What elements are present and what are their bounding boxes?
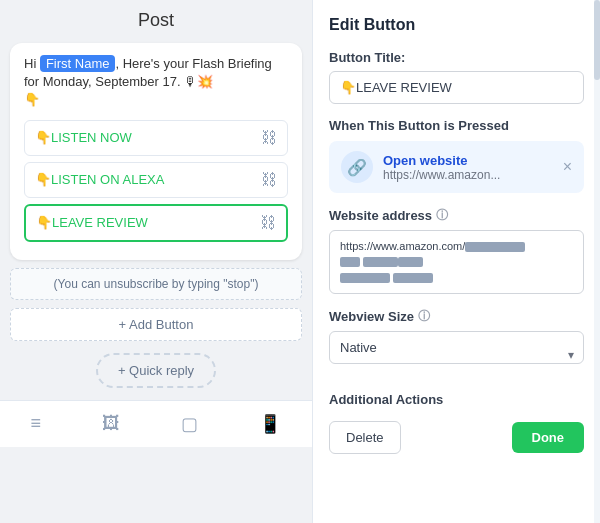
unsubscribe-note: (You can unsubscribe by typing "stop") (10, 268, 302, 300)
scrollbar-thumb[interactable] (594, 0, 600, 80)
done-button[interactable]: Done (512, 422, 585, 453)
message-bubble: Hi First Name, Here's your Flash Briefin… (10, 43, 302, 260)
link-icon-3: ⛓ (260, 214, 276, 232)
listen-alexa-label: 👇LISTEN ON ALEXA (35, 172, 164, 187)
webview-size-text: Webview Size (329, 309, 414, 324)
webview-size-wrapper: Native Compact Tall Full (329, 331, 584, 378)
website-address-label: Website address ⓘ (329, 207, 584, 224)
message-text: Hi First Name, Here's your Flash Briefin… (24, 55, 288, 110)
url-display: https://www.amazon.com/ (329, 230, 584, 294)
first-name-tag: First Name (40, 55, 116, 72)
leave-review-label: 👇LEAVE REVIEW (36, 215, 148, 230)
leave-review-button[interactable]: 👇LEAVE REVIEW ⛓ (24, 204, 288, 242)
phone-icon[interactable]: 📱 (249, 409, 291, 439)
url-blurred-5 (340, 273, 390, 283)
scrollbar-track (594, 0, 600, 523)
open-website-info: Open website https://www.amazon... (383, 153, 500, 182)
url-blurred-1 (465, 242, 525, 252)
image-icon[interactable]: 🖼 (92, 409, 130, 438)
open-website-left: 🔗 Open website https://www.amazon... (341, 151, 500, 183)
help-icon-website[interactable]: ⓘ (436, 207, 448, 224)
link-icon-2: ⛓ (261, 171, 277, 189)
url-blurred-2 (340, 257, 360, 267)
message-text-emoji: 👇 (24, 92, 40, 107)
webview-size-select[interactable]: Native Compact Tall Full (329, 331, 584, 364)
left-panel: Post Hi First Name, Here's your Flash Br… (0, 0, 312, 523)
open-website-title: Open website (383, 153, 500, 168)
listen-now-button[interactable]: 👇LISTEN NOW ⛓ (24, 120, 288, 156)
url-blurred-3 (363, 257, 398, 267)
hamburger-icon[interactable]: ≡ (21, 409, 52, 438)
button-title-label: Button Title: (329, 50, 584, 65)
bottom-actions: Delete Done (329, 421, 584, 454)
when-pressed-label: When This Button is Pressed (329, 118, 584, 133)
website-address-text: Website address (329, 208, 432, 223)
help-icon-webview[interactable]: ⓘ (418, 308, 430, 325)
open-website-url: https://www.amazon... (383, 168, 500, 182)
message-text-hi: Hi (24, 56, 40, 71)
open-website-card: 🔗 Open website https://www.amazon... × (329, 141, 584, 193)
webview-size-label: Webview Size ⓘ (329, 308, 584, 325)
url-blurred-4 (398, 257, 423, 267)
additional-actions-label: Additional Actions (329, 392, 584, 407)
square-icon[interactable]: ▢ (171, 409, 208, 439)
link-icon-1: ⛓ (261, 129, 277, 147)
url-blurred-6 (393, 273, 433, 283)
close-card-button[interactable]: × (563, 158, 572, 176)
listen-now-label: 👇LISTEN NOW (35, 130, 132, 145)
right-panel: Edit Button Button Title: When This Butt… (312, 0, 600, 523)
quick-reply-button[interactable]: + Quick reply (96, 353, 216, 388)
url-text: https://www.amazon.com/ (340, 240, 465, 252)
post-title: Post (138, 10, 174, 31)
delete-button[interactable]: Delete (329, 421, 401, 454)
add-button[interactable]: + Add Button (10, 308, 302, 341)
button-title-input[interactable] (329, 71, 584, 104)
chain-icon: 🔗 (341, 151, 373, 183)
edit-button-title: Edit Button (329, 16, 584, 34)
listen-on-alexa-button[interactable]: 👇LISTEN ON ALEXA ⛓ (24, 162, 288, 198)
bottom-toolbar: ≡ 🖼 ▢ 📱 (0, 400, 312, 447)
